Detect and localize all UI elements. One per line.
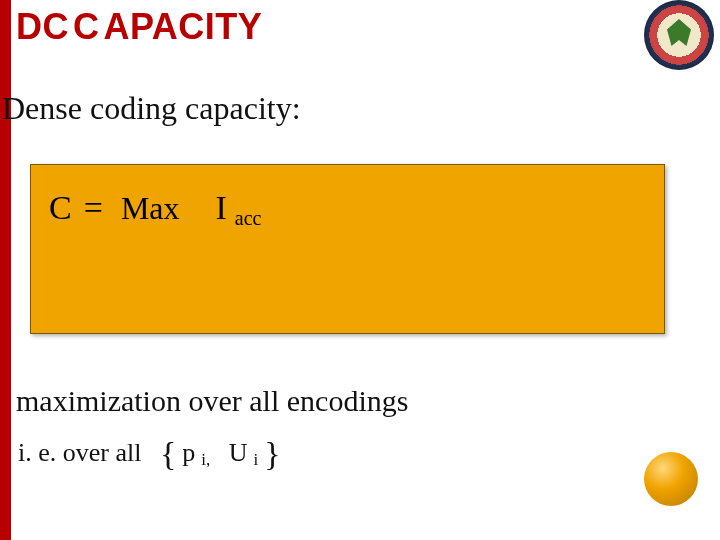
- formula-symbol: I: [216, 189, 227, 227]
- note2-item1-sub: i,: [201, 450, 210, 470]
- formula: C = Max Iacc: [49, 189, 646, 227]
- note2-item2-sub: i: [254, 450, 259, 470]
- note2-item2: U: [229, 438, 248, 468]
- decorative-sphere: [644, 452, 698, 506]
- institute-logo: [644, 0, 714, 70]
- formula-panel: C = Max Iacc: [30, 164, 665, 334]
- formula-lhs: C: [49, 189, 72, 227]
- slide-title: DC CAPACITY: [16, 6, 262, 48]
- formula-equals: =: [84, 189, 103, 227]
- title-word-first: C: [73, 6, 100, 48]
- note-line-1: maximization over all encodings: [16, 384, 408, 418]
- note2-prefix: i. e. over all: [18, 438, 141, 468]
- formula-subscript: acc: [235, 207, 262, 230]
- note2-item1: p: [182, 438, 195, 468]
- note-line-2: i. e. over all { pi, Ui }: [18, 436, 281, 468]
- formula-operator: Max: [121, 190, 180, 227]
- brace-open: {: [160, 440, 176, 467]
- brace-close: }: [264, 440, 280, 467]
- subtitle-text: Dense coding capacity:: [2, 90, 301, 127]
- title-prefix: DC: [16, 6, 69, 48]
- leaf-icon: [664, 19, 694, 49]
- title-word-rest: APACITY: [104, 6, 263, 48]
- accent-stripe: [0, 0, 11, 540]
